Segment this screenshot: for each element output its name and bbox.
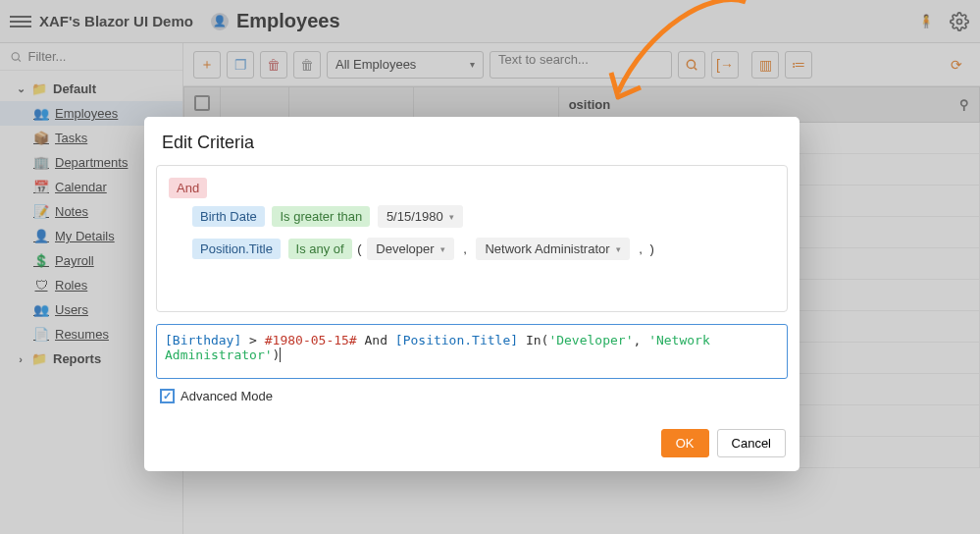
criteria-row: Position.Title Is any of ( Developer▾ , …	[167, 233, 777, 265]
value-pill[interactable]: Network Administrator▾	[476, 238, 629, 260]
value-pill[interactable]: 5/15/1980▾	[378, 205, 463, 228]
field-pill[interactable]: Position.Title	[192, 239, 281, 259]
criteria-row: Birth Date Is greater than 5/15/1980▾	[167, 200, 777, 233]
value-pill[interactable]: Developer▾	[367, 238, 453, 260]
ok-button[interactable]: OK	[661, 429, 709, 457]
dialog-title: Edit Criteria	[144, 117, 799, 165]
advanced-mode-label: Advanced Mode	[181, 389, 273, 403]
criteria-text-editor[interactable]: [Birthday] > #1980-05-15# And [Position.…	[156, 324, 788, 379]
paren: (	[357, 241, 361, 256]
advanced-mode-checkbox[interactable]: ✓	[160, 389, 175, 403]
field-pill[interactable]: Birth Date	[192, 206, 265, 227]
dropdown-icon: ▾	[616, 244, 621, 254]
logic-and-pill[interactable]: And	[169, 178, 207, 198]
cancel-button[interactable]: Cancel	[717, 429, 786, 457]
operator-pill[interactable]: Is greater than	[272, 206, 370, 227]
edit-criteria-dialog: Edit Criteria And Birth Date Is greater …	[144, 117, 799, 471]
operator-pill[interactable]: Is any of	[288, 239, 352, 259]
paren: )	[649, 241, 653, 256]
criteria-visual-editor[interactable]: And Birth Date Is greater than 5/15/1980…	[156, 165, 788, 312]
dropdown-icon: ▾	[449, 212, 454, 222]
dropdown-icon: ▾	[440, 244, 445, 254]
advanced-mode-row[interactable]: ✓ Advanced Mode	[156, 379, 788, 407]
